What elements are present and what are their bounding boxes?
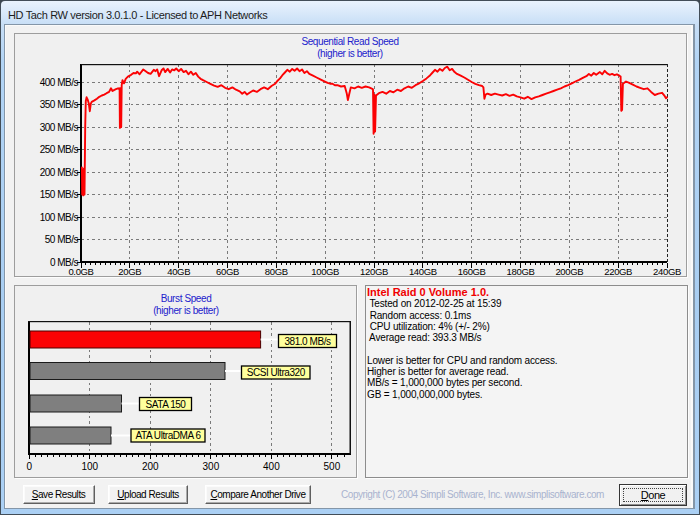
svg-text:180GB: 180GB — [507, 266, 535, 277]
svg-text:20GB: 20GB — [118, 266, 141, 277]
svg-text:ATA UltraDMA 6: ATA UltraDMA 6 — [135, 430, 201, 441]
svg-text:100 MB/s: 100 MB/s — [40, 212, 79, 223]
svg-text:SATA 150: SATA 150 — [146, 399, 187, 410]
svg-text:250 MB/s: 250 MB/s — [40, 144, 79, 155]
svg-text:240GB: 240GB — [653, 266, 681, 277]
svg-text:160GB: 160GB — [458, 266, 486, 277]
svg-text:40GB: 40GB — [167, 266, 190, 277]
svg-text:140GB: 140GB — [409, 266, 437, 277]
svg-text:120GB: 120GB — [360, 266, 388, 277]
svg-text:400 MB/s: 400 MB/s — [40, 77, 79, 88]
svg-text:80GB: 80GB — [265, 266, 288, 277]
svg-text:100GB: 100GB — [311, 266, 339, 277]
svg-text:400: 400 — [263, 461, 280, 472]
svg-text:0.0GB: 0.0GB — [68, 266, 93, 277]
svg-text:300 MB/s: 300 MB/s — [40, 122, 79, 133]
svg-text:60GB: 60GB — [216, 266, 239, 277]
svg-text:500: 500 — [324, 461, 341, 472]
svg-text:350 MB/s: 350 MB/s — [40, 99, 79, 110]
svg-text:200GB: 200GB — [555, 266, 583, 277]
svg-text:200 MB/s: 200 MB/s — [40, 167, 79, 178]
svg-text:220GB: 220GB — [604, 266, 632, 277]
svg-text:381.0 MB/s: 381.0 MB/s — [284, 336, 331, 347]
svg-text:50 MB/s: 50 MB/s — [45, 234, 79, 245]
svg-text:200: 200 — [142, 461, 159, 472]
svg-text:100: 100 — [81, 461, 98, 472]
svg-text:SCSI Ultra320: SCSI Ultra320 — [247, 367, 306, 378]
svg-text:0: 0 — [27, 461, 33, 472]
svg-text:150 MB/s: 150 MB/s — [40, 189, 79, 200]
svg-text:300: 300 — [203, 461, 220, 472]
